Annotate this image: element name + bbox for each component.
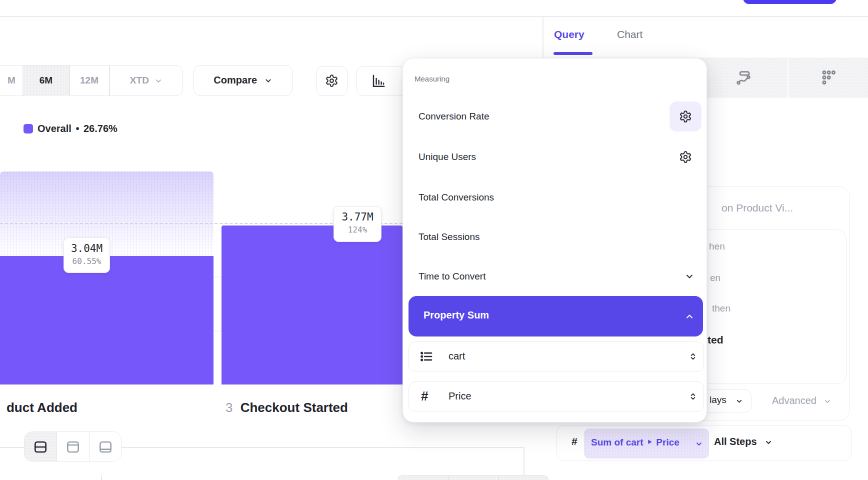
tab-query[interactable]: Query [554, 28, 584, 40]
chevron-down-icon [695, 440, 703, 448]
layout-top-icon [65, 439, 81, 455]
dropdown-section-title: Measuring [414, 74, 450, 83]
hash-icon: # [421, 388, 428, 404]
select-updown-icon [688, 352, 698, 362]
property-chip[interactable]: Sum of cart ‣ Price [584, 428, 709, 458]
date-range-control: M 6M 12M XTD [0, 65, 183, 96]
bar-percent: 124% [334, 225, 381, 234]
compare-button[interactable]: Compare [194, 65, 292, 96]
chevron-down-icon [154, 77, 162, 85]
menu-item-property-sum-selected[interactable]: Property Sum [408, 296, 703, 336]
all-steps-button[interactable]: All Steps [714, 436, 772, 448]
top-primary-button[interactable] [743, 0, 836, 4]
measuring-dropdown: Measuring Conversion Rate Unique Users T… [402, 58, 707, 422]
scatter-steps-button[interactable] [820, 69, 838, 87]
numeric-property-value: Price [448, 390, 472, 402]
layout-split-icon [32, 439, 48, 455]
chevron-up-icon [684, 312, 694, 322]
range-button-6m[interactable]: 6M [23, 66, 69, 95]
table-column-divider [524, 447, 524, 475]
panel-divider [542, 16, 544, 58]
flows-icon [735, 69, 752, 86]
legend-separator: • [74, 123, 80, 134]
divider [448, 476, 449, 480]
step-label-1: duct Added [0, 400, 78, 416]
bar-value: 3.04M [64, 242, 110, 254]
layout-top-button[interactable] [57, 432, 89, 462]
funnel-bar-1[interactable] [0, 256, 214, 384]
item-gear-button[interactable] [670, 102, 702, 132]
numeric-property-select[interactable]: # Price [408, 382, 704, 412]
legend-series-label: Overall [38, 123, 72, 134]
tab-chart[interactable]: Chart [617, 28, 642, 40]
step-row-fragment: then [712, 303, 730, 314]
menu-item-total-sessions[interactable]: Total Sessions [403, 217, 706, 257]
chip-property-label: Price [656, 437, 679, 448]
steps-header-fragment: on Product Vi... [722, 202, 793, 214]
measurement-summary-card: # Sum of cart ‣ Price All Steps [556, 425, 852, 461]
numeric-hash-label: # [572, 436, 578, 448]
advanced-label: Advanced [772, 395, 816, 406]
step-name: Checkout Started [240, 400, 348, 415]
top-divider [0, 16, 868, 17]
chevron-down-icon [736, 398, 743, 405]
gear-icon [679, 110, 692, 123]
chevron-down-icon [264, 76, 272, 85]
list-icon [419, 349, 434, 364]
chart-settings-button[interactable] [316, 66, 348, 96]
step-row-fragment-bold: ted [708, 334, 724, 346]
menu-item-conversion-rate[interactable]: Conversion Rate [403, 96, 706, 136]
range-button-3m[interactable]: M [0, 66, 22, 96]
bar-value-tooltip: 3.77M 124% [334, 206, 382, 242]
gear-icon [679, 150, 692, 164]
legend-swatch [24, 124, 33, 134]
bar-chart-icon [371, 74, 386, 88]
layout-split-button[interactable] [24, 432, 56, 462]
event-property-value: cart [448, 350, 465, 362]
layout-toggle-control [24, 432, 122, 462]
legend-value: 26.76% [84, 123, 118, 134]
menu-item-total-conversions[interactable]: Total Conversions [403, 178, 706, 218]
menu-item-unique-users[interactable]: Unique Users [403, 137, 706, 177]
chart-type-button[interactable] [356, 66, 406, 96]
chevron-down-icon [824, 398, 832, 406]
cell-divider [788, 58, 788, 98]
gear-icon [325, 74, 338, 88]
bar-value: 3.77M [334, 211, 381, 223]
step-label-2: 3 Checkout Started [226, 400, 348, 416]
step-number: 3 [226, 400, 232, 415]
tab-query-underline [554, 52, 592, 55]
funnel-bar-2[interactable] [222, 226, 402, 384]
range-button-12m[interactable]: 12M [70, 66, 109, 96]
bar-percent: 60.55% [64, 256, 110, 266]
next-panel-toggle-peek[interactable] [398, 475, 548, 480]
bar-value-tooltip: 3.04M 60.55% [64, 238, 110, 273]
flows-chart-button[interactable] [735, 69, 753, 87]
compare-label: Compare [214, 74, 257, 86]
all-steps-label: All Steps [714, 436, 757, 447]
chevron-down-icon [684, 272, 694, 282]
advanced-button[interactable]: Advanced [772, 395, 832, 406]
divider [498, 476, 499, 480]
event-property-select[interactable]: cart [408, 342, 704, 372]
select-updown-icon [688, 392, 698, 402]
app-window: M 6M 12M XTD Compare Overall • 26.76% [0, 0, 868, 480]
chip-arrow: ‣ [646, 437, 654, 448]
chip-main-label: Sum of cart [591, 437, 644, 448]
layout-bottom-button[interactable] [90, 432, 122, 462]
step-row-fragment: en [710, 272, 720, 284]
range-button-xtd[interactable]: XTD [110, 66, 183, 96]
chevron-down-icon [764, 438, 772, 446]
item-gear-button[interactable] [670, 142, 702, 172]
layout-bottom-icon [98, 439, 114, 455]
window-label-fragment: lays [710, 394, 726, 406]
step-row-fragment: hen [709, 241, 725, 252]
menu-item-time-to-convert[interactable]: Time to Convert [403, 256, 706, 296]
range-xtd-label: XTD [130, 75, 149, 86]
dots-grid-icon [820, 69, 837, 86]
table-column-divider [101, 476, 102, 480]
